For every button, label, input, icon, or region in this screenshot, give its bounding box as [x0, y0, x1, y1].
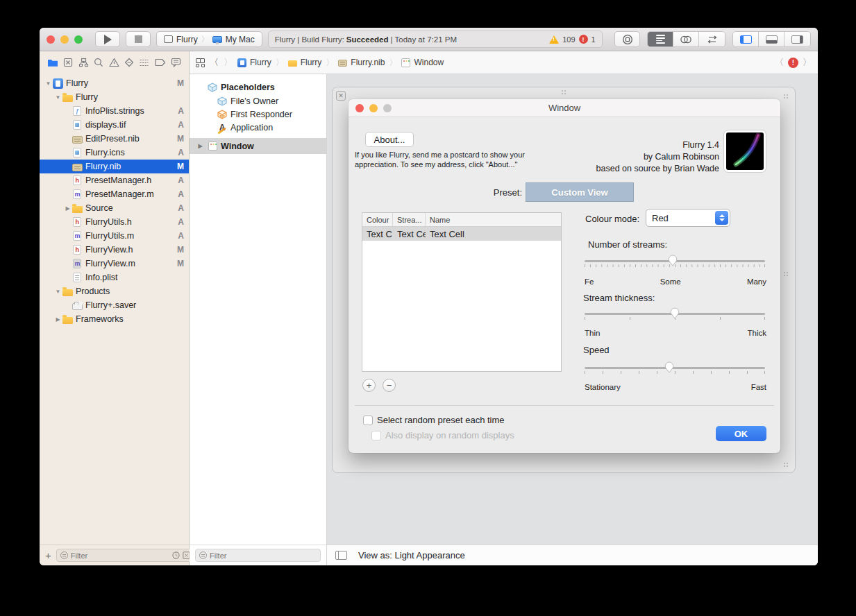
resize-handle[interactable] [784, 463, 785, 464]
recent-files-icon[interactable] [172, 551, 180, 559]
standard-editor-button[interactable] [648, 32, 673, 46]
file-row[interactable]: InfoPlist.stringsA [40, 104, 189, 118]
file-row[interactable]: Flurry.nibM [40, 160, 189, 173]
error-icon[interactable]: ! [579, 35, 588, 44]
add-file-button[interactable]: + [45, 550, 51, 561]
debug-navigator-icon[interactable] [139, 58, 149, 67]
stop-button[interactable] [126, 31, 151, 47]
add-preset-button[interactable]: + [362, 379, 376, 392]
previous-issue-button[interactable]: 〈 [775, 56, 784, 69]
navigator-filter-input[interactable] [71, 551, 169, 560]
dock-item-application[interactable]: A Application [190, 121, 326, 134]
resize-handle[interactable] [562, 90, 563, 92]
column-header[interactable]: Strea... [393, 213, 426, 226]
disclosure-triangle[interactable]: ▼ [44, 80, 53, 87]
resize-handle[interactable] [784, 272, 785, 273]
search-navigator-icon[interactable] [94, 58, 103, 67]
dock-item-first-responder[interactable]: First Responder [190, 108, 326, 121]
next-issue-button[interactable]: 〉 [803, 56, 812, 69]
debug-area-toggle-button[interactable] [759, 32, 784, 46]
report-navigator-icon[interactable] [171, 58, 181, 67]
file-row[interactable]: FlurryUtils.hA [40, 215, 189, 229]
file-row[interactable]: Flurry.icnsA [40, 146, 189, 160]
column-header[interactable]: Name [426, 213, 561, 226]
column-header[interactable]: Colour [362, 213, 393, 226]
table-row[interactable]: Text C Text Ce Text Cell [362, 227, 561, 241]
resize-handle[interactable] [784, 94, 785, 96]
crumb-file[interactable]: Flurry.nib [351, 58, 385, 67]
flurry-image-well[interactable] [723, 130, 766, 173]
file-row[interactable]: EditPreset.nibM [40, 132, 189, 146]
file-row[interactable]: FlurryView.mM [40, 257, 189, 271]
error-badge-icon[interactable]: ! [788, 58, 798, 68]
slider-thumb[interactable] [670, 307, 680, 319]
view-as-label[interactable]: View as: Light Appearance [358, 550, 465, 561]
library-button[interactable] [614, 31, 640, 47]
window-frame-wrapper[interactable]: ✕ Window About... [332, 87, 796, 473]
file-row[interactable]: FlurryUtils.mA [40, 229, 189, 243]
dock-filter-field[interactable] [195, 549, 321, 562]
minimize-button[interactable] [60, 35, 69, 44]
back-button[interactable]: 〈 [210, 56, 219, 69]
file-row[interactable]: PresetManager.hA [40, 173, 189, 187]
ok-button[interactable]: OK [716, 426, 766, 441]
disclosure-triangle[interactable]: ▶ [63, 205, 72, 212]
crumb-object[interactable]: Window [414, 58, 444, 67]
navigator-filter-field[interactable] [56, 549, 194, 562]
dock-item-window[interactable]: ▶ Window [190, 138, 326, 154]
run-button[interactable] [95, 31, 120, 47]
dock-item-files-owner[interactable]: File's Owner [190, 94, 326, 108]
disclosure-triangle[interactable]: ▼ [53, 289, 62, 295]
close-designable-icon[interactable]: ✕ [336, 91, 346, 101]
file-row[interactable]: Flurry+.saver [40, 298, 189, 312]
slider-thumb[interactable] [664, 361, 674, 373]
breakpoint-navigator-icon[interactable] [155, 58, 166, 67]
colour-mode-popup[interactable]: Red [646, 209, 730, 227]
issue-navigator-icon[interactable] [109, 58, 119, 67]
file-row[interactable]: FlurryView.hM [40, 243, 189, 257]
file-row[interactable]: ▼Flurry [40, 90, 189, 104]
disclosure-triangle[interactable]: ▶ [53, 316, 62, 323]
file-row[interactable]: displays.tifA [40, 118, 189, 132]
random-preset-checkbox[interactable]: Select random preset each time [363, 415, 505, 425]
checkbox-icon[interactable] [363, 416, 373, 425]
minimize-button[interactable] [369, 104, 378, 112]
source-control-icon[interactable] [63, 58, 73, 67]
forward-button[interactable]: 〉 [224, 56, 233, 69]
about-button[interactable]: About... [365, 132, 414, 147]
disclosure-triangle[interactable]: ▶ [196, 143, 205, 149]
file-row[interactable]: ▶SourceA [40, 201, 189, 215]
inspector-toggle-button[interactable] [784, 32, 810, 46]
file-row[interactable]: ▼Products [40, 284, 189, 298]
warning-count[interactable]: 109 [562, 35, 575, 44]
streams-slider[interactable] [585, 253, 765, 271]
designed-window-titlebar[interactable]: Window [349, 99, 780, 117]
assistant-editor-button[interactable] [673, 32, 699, 46]
remove-preset-button[interactable]: − [383, 379, 396, 392]
error-count[interactable]: 1 [591, 35, 596, 44]
thickness-slider[interactable] [585, 306, 765, 324]
file-row[interactable]: PresetManager.mA [40, 187, 189, 201]
designed-window[interactable]: Window About... If you like Flurry, send… [349, 99, 780, 453]
file-row[interactable]: Info.plist [40, 271, 189, 284]
crumb-project[interactable]: Flurry [250, 58, 271, 67]
device-appearance-icon[interactable] [335, 551, 347, 560]
dock-filter-input[interactable] [210, 551, 317, 560]
related-items-icon[interactable] [196, 58, 205, 67]
file-row[interactable]: ▼FlurryM [40, 76, 189, 90]
speed-slider[interactable] [585, 360, 765, 378]
warning-icon[interactable] [549, 35, 559, 44]
navigator-toggle-button[interactable] [733, 32, 759, 46]
symbol-navigator-icon[interactable] [78, 58, 89, 67]
disclosure-triangle[interactable]: ▼ [53, 94, 62, 101]
close-button[interactable] [355, 104, 364, 112]
close-button[interactable] [47, 35, 55, 44]
scheme-selector[interactable]: Flurry 〉 My Mac [156, 31, 262, 47]
test-navigator-icon[interactable] [124, 58, 134, 67]
slider-thumb[interactable] [668, 254, 678, 266]
zoom-button[interactable] [74, 35, 83, 44]
preset-custom-view[interactable]: Custom View [526, 182, 634, 202]
version-editor-button[interactable] [699, 32, 725, 46]
crumb-group[interactable]: Flurry [301, 58, 322, 67]
project-navigator-icon[interactable] [47, 58, 58, 67]
